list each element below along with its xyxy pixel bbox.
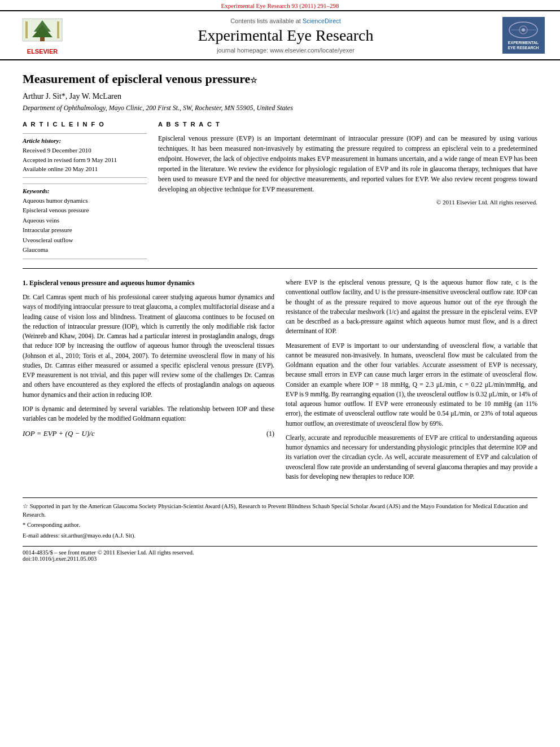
- equation-text: IOP = EVP + (Q − U)/c: [23, 428, 257, 439]
- body-left-col: 1. Episcleral venous pressure and aqueou…: [23, 278, 274, 486]
- copyright-line: © 2011 Elsevier Ltd. All rights reserved…: [158, 199, 537, 206]
- body-col2-p1: where EVP is the episcleral venous press…: [286, 278, 537, 337]
- sciencedirect-line: Contents lists available at ScienceDirec…: [230, 18, 341, 24]
- sciencedirect-link[interactable]: ScienceDirect: [303, 18, 341, 24]
- keyword-5: Uveoscleral outflow: [23, 235, 147, 246]
- footnote-email: E-mail address: sit.arthur@mayo.edu (A.J…: [23, 532, 537, 540]
- body-col1-p1: Dr. Carl Camras spent much of his profes…: [23, 292, 274, 400]
- article-history-label: Article history:: [23, 137, 147, 144]
- journal-logo-right: EXPERIMENTALEYE RESEARCH: [498, 16, 549, 55]
- article-info-column: A R T I C L E I N F O Article history: R…: [23, 121, 147, 259]
- elsevier-tree-icon: [20, 16, 65, 47]
- keyword-2: Episcleral venous pressure: [23, 206, 147, 216]
- equation-number: (1): [257, 429, 274, 439]
- body-col2-p3: Clearly, accurate and reproducible measu…: [286, 433, 537, 482]
- article-history-box: Article history: Received 9 December 201…: [23, 133, 147, 178]
- article-info-header: A R T I C L E I N F O: [23, 121, 147, 128]
- journal-title-area: Contents lists available at ScienceDirec…: [79, 16, 492, 55]
- keyword-3: Aqueous veins: [23, 216, 147, 226]
- equation-block: IOP = EVP + (Q − U)/c (1): [23, 428, 274, 439]
- keyword-6: Glaucoma: [23, 245, 147, 255]
- elsevier-brand-text: ELSEVIER: [27, 48, 58, 55]
- body-col2-p2: Measurement of EVP is important to our u…: [286, 341, 537, 429]
- eye-graphic-icon: [508, 20, 539, 40]
- article-info-abstract-section: A R T I C L E I N F O Article history: R…: [23, 121, 537, 259]
- abstract-column: A B S T R A C T Episcleral venous pressu…: [158, 121, 537, 259]
- keyword-1: Aqueous humor dynamics: [23, 196, 147, 206]
- body-section: 1. Episcleral venous pressure and aqueou…: [23, 278, 537, 486]
- elsevier-logo-area: ELSEVIER: [11, 16, 73, 55]
- journal-citation-bar: Experimental Eye Research 93 (2011) 291–…: [0, 0, 560, 11]
- svg-rect-3: [40, 37, 45, 41]
- footnotes-area: ☆ Supported in part by the American Glau…: [23, 497, 537, 540]
- section1-title: 1. Episcleral venous pressure and aqueou…: [23, 278, 274, 288]
- issn-line: 0014-4835/$ – see front matter © 2011 El…: [23, 549, 537, 556]
- footnote-corresponding: * Corresponding author.: [23, 521, 537, 530]
- section-divider: [23, 268, 537, 269]
- affiliation: Department of Ophthalmology, Mayo Clinic…: [23, 104, 537, 112]
- keywords-label: Keywords:: [23, 187, 147, 194]
- abstract-text: Episcleral venous pressure (EVP) is an i…: [158, 133, 537, 194]
- elsevier-logo: ELSEVIER: [20, 16, 65, 55]
- journal-title: Experimental Eye Research: [198, 27, 374, 45]
- received-date: Received 9 December 2010: [23, 146, 147, 155]
- abstract-header: A B S T R A C T: [158, 121, 537, 128]
- journal-citation-text: Experimental Eye Research 93 (2011) 291–…: [221, 2, 339, 9]
- eer-logo-text-1: EXPERIMENTALEYE RESEARCH: [508, 40, 539, 50]
- available-date: Available online 20 May 2011: [23, 164, 147, 174]
- svg-rect-5: [57, 21, 59, 38]
- revised-date: Accepted in revised form 9 May 2011: [23, 155, 147, 165]
- doi-line: doi:10.1016/j.exer.2011.05.003: [23, 556, 537, 562]
- journal-homepage: journal homepage: www.elsevier.com/locat…: [217, 47, 355, 54]
- body-right-col: where EVP is the episcleral venous press…: [286, 278, 537, 486]
- svg-rect-4: [25, 21, 28, 38]
- authors: Arthur J. Sit*, Jay W. McLaren: [23, 92, 537, 101]
- footer-bottom: 0014-4835/$ – see front matter © 2011 El…: [23, 546, 537, 562]
- body-col1-p2: IOP is dynamic and determined by several…: [23, 404, 274, 424]
- keywords-box: Keywords: Aqueous humor dynamics Episcle…: [23, 184, 147, 260]
- main-content: Measurement of episcleral venous pressur…: [0, 60, 560, 573]
- journal-banner: ELSEVIER Contents lists available at Sci…: [0, 11, 560, 60]
- footnote-star: ☆ Supported in part by the American Glau…: [23, 503, 537, 519]
- eer-logo-box: EXPERIMENTALEYE RESEARCH: [502, 17, 545, 54]
- article-title: Measurement of episcleral venous pressur…: [23, 72, 537, 86]
- keyword-4: Intraocular pressure: [23, 225, 147, 235]
